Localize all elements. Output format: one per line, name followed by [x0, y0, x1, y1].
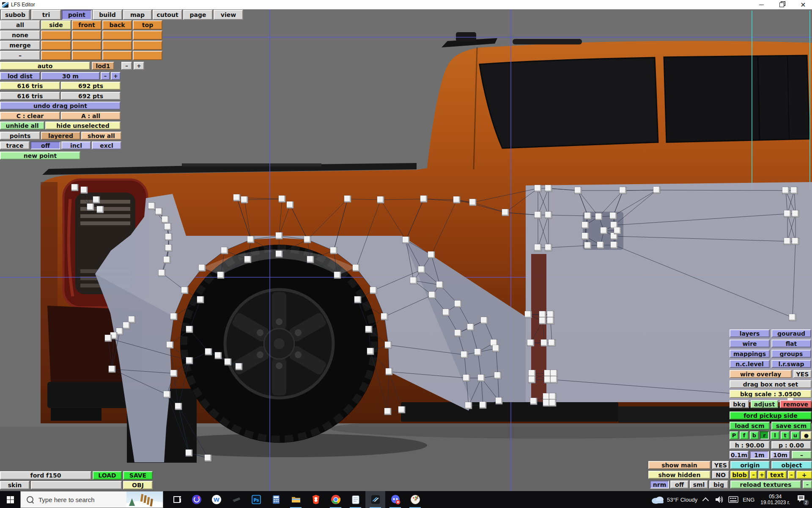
mesh-point[interactable] [543, 400, 550, 406]
bkg-scale-3-0500-button[interactable]: bkg scale : 3.0500 [730, 390, 812, 398]
mesh-point[interactable] [539, 311, 546, 318]
b-button[interactable]: b [750, 431, 759, 439]
restore-button[interactable] [774, 0, 789, 9]
mesh-point[interactable] [529, 370, 535, 377]
mesh-point[interactable] [549, 393, 556, 400]
mesh-point[interactable] [535, 244, 541, 251]
groups-button[interactable]: groups [771, 350, 811, 358]
lfs-editor-taskbar-icon[interactable] [365, 491, 385, 508]
show-main-button[interactable]: show main [648, 461, 710, 469]
mesh-point[interactable] [429, 292, 436, 298]
mesh-point[interactable] [217, 272, 224, 279]
button-button[interactable] [133, 51, 162, 60]
p-button[interactable]: P [730, 431, 738, 439]
mesh-point[interactable] [164, 391, 170, 398]
mesh-point[interactable] [105, 335, 112, 342]
sml-button[interactable]: sml [690, 480, 708, 489]
button-button[interactable]: ● [801, 431, 812, 439]
task-view-taskbar-icon[interactable] [167, 491, 187, 508]
mesh-point[interactable] [461, 351, 468, 358]
mesh-point[interactable] [481, 317, 488, 324]
mappings-button[interactable]: mappings [730, 350, 770, 358]
mesh-point[interactable] [463, 375, 470, 381]
mesh-point[interactable] [475, 349, 481, 356]
mesh-point[interactable] [129, 316, 135, 323]
mesh-point[interactable] [545, 185, 552, 192]
mesh-point[interactable] [367, 348, 374, 355]
mesh-point[interactable] [620, 187, 626, 194]
mesh-point[interactable] [549, 340, 555, 346]
mesh-point[interactable] [418, 266, 425, 273]
mesh-point[interactable] [549, 400, 556, 406]
mesh-point[interactable] [370, 287, 377, 294]
mesh-point[interactable] [494, 372, 501, 379]
mesh-point[interactable] [547, 311, 554, 318]
mesh-point[interactable] [480, 402, 486, 409]
p-0-00-button[interactable]: p : 0.00 [771, 441, 811, 449]
mesh-point[interactable] [525, 311, 532, 318]
mesh-point[interactable] [381, 313, 388, 320]
yes-button[interactable]: YES [793, 370, 812, 378]
mesh-point[interactable] [181, 287, 188, 294]
mesh-point[interactable] [597, 242, 604, 248]
text-button[interactable]: text [767, 471, 787, 479]
button-button[interactable]: + [758, 471, 765, 479]
mesh-point[interactable] [502, 209, 509, 216]
f-button[interactable]: f [740, 431, 749, 439]
tray-language[interactable]: ENG [743, 497, 754, 503]
search-input[interactable]: Type here to search [20, 491, 163, 508]
drawing-tablet-taskbar-icon[interactable] [226, 491, 246, 508]
off-button[interactable]: off [30, 141, 60, 149]
mesh-point[interactable] [384, 408, 391, 415]
mesh-point[interactable] [478, 375, 485, 381]
notification-center-icon[interactable]: 2 [797, 494, 806, 505]
mesh-point[interactable] [354, 296, 361, 303]
view-button[interactable]: view [214, 10, 243, 20]
mesh-point[interactable] [279, 196, 285, 202]
big-button[interactable]: big [709, 480, 728, 489]
0-1m-button[interactable]: 0.1m [730, 451, 749, 459]
load-button[interactable]: LOAD [93, 471, 122, 480]
button-button[interactable]: + [111, 72, 121, 80]
mesh-point[interactable] [233, 194, 240, 201]
mesh-point[interactable] [455, 301, 461, 307]
mesh-point[interactable] [582, 233, 589, 240]
calculator-taskbar-icon[interactable] [266, 491, 286, 508]
hide-unselected-button[interactable]: hide unselected [45, 121, 121, 130]
ford-pickup-side-button[interactable]: ford pickup side [730, 411, 812, 420]
mesh-point[interactable] [653, 187, 660, 193]
tray-clock[interactable]: 05:34 19.01.2023 г. [760, 494, 790, 505]
mesh-point[interactable] [410, 277, 417, 284]
back-button[interactable]: back [102, 20, 132, 30]
tray-expand-icon[interactable] [702, 497, 709, 504]
mesh-point[interactable] [386, 368, 392, 375]
tri-button[interactable]: tri [31, 10, 61, 20]
mesh-point[interactable] [465, 402, 472, 409]
skin-button[interactable]: skin [0, 481, 30, 489]
start-button[interactable] [0, 491, 20, 508]
no-button[interactable]: NO [712, 471, 729, 479]
mesh-point[interactable] [614, 227, 621, 234]
file-explorer-taskbar-icon[interactable] [286, 491, 306, 508]
lod-dist-button[interactable]: lod dist [0, 72, 40, 80]
reload-textures-button[interactable]: reload textures [730, 480, 801, 489]
button-button[interactable] [72, 41, 102, 50]
mesh-point[interactable] [276, 251, 283, 257]
photoshop-taskbar-icon[interactable]: Ps [246, 491, 266, 508]
button-button[interactable]: – [750, 471, 757, 479]
mesh-point[interactable] [789, 314, 796, 321]
unhide-all-button[interactable]: unhide all [0, 121, 44, 130]
mesh-point[interactable] [428, 251, 435, 258]
show-all-button[interactable]: show all [81, 132, 121, 140]
mesh-point[interactable] [97, 206, 104, 213]
discord-taskbar-icon[interactable] [385, 491, 405, 508]
mesh-point[interactable] [782, 187, 789, 194]
mesh-point[interactable] [165, 224, 171, 230]
button-button[interactable]: – [121, 62, 132, 70]
top-button[interactable]: top [133, 20, 162, 30]
wire-button[interactable]: wire [730, 340, 770, 348]
merge-button[interactable]: merge [0, 41, 40, 50]
mesh-point[interactable] [186, 357, 193, 364]
mesh-point[interactable] [584, 242, 591, 249]
mesh-point[interactable] [436, 282, 443, 288]
